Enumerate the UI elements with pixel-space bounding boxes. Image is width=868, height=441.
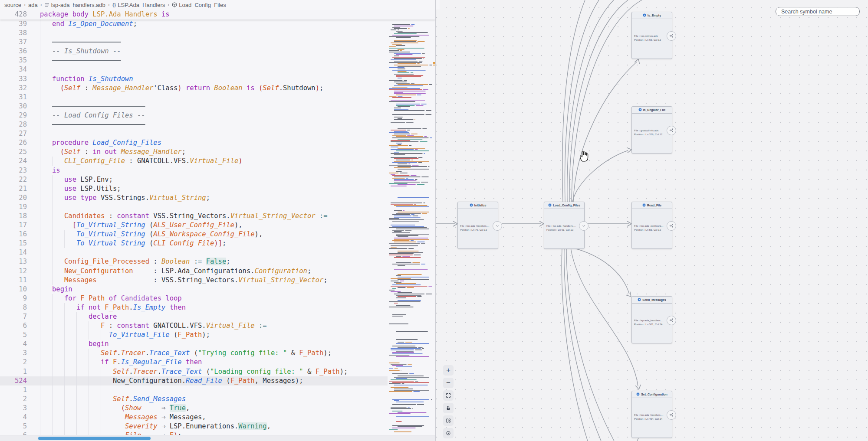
node-body: File : lsp-ada_handlers....Position : Ln… xyxy=(544,209,584,247)
line-number: 3 xyxy=(0,404,27,413)
code-line: 24 CLI_Config_File : GNATCOLL.VFS.Virtua… xyxy=(0,157,388,166)
symbol-icon xyxy=(642,203,646,207)
breadcrumb-item[interactable]: {}LSP.Ada_Handlers xyxy=(112,2,165,8)
code-line: 20 use type VSS.Strings.Virtual_String; xyxy=(0,193,388,203)
symbol-icon xyxy=(638,298,641,302)
line-number: 15 xyxy=(0,239,27,248)
breadcrumb-item[interactable]: ada xyxy=(28,2,38,8)
fit-view-button[interactable] xyxy=(443,390,454,401)
collapse-calls-button[interactable] xyxy=(579,221,589,231)
line-number: 16 xyxy=(0,230,27,239)
graph-node-set_configuration[interactable]: Set_ConfigurationFile : lsp-ada_handlers… xyxy=(631,391,672,438)
node-header: Set_Configuration xyxy=(632,391,672,398)
symbol-icon xyxy=(636,392,640,396)
breadcrumb-separator: › xyxy=(108,2,110,8)
scrollbar-thumb[interactable] xyxy=(38,437,151,440)
line-number: 1 xyxy=(0,385,27,395)
code-line: 8 if not F_Path.Is_Empty then xyxy=(0,303,388,312)
line-number: 7 xyxy=(0,312,27,321)
node-header: Is_Regular_File xyxy=(632,107,672,114)
zoom-out-button[interactable]: − xyxy=(443,378,454,388)
graph-node-initialize[interactable]: InitializeFile : lsp-ada_handlers....Pos… xyxy=(457,202,498,249)
line-number: 34 xyxy=(0,65,27,74)
line-number: 5 xyxy=(0,422,27,431)
line-number: 13 xyxy=(0,257,27,266)
show-calls-button[interactable] xyxy=(667,410,676,420)
line-number: 10 xyxy=(0,285,27,294)
code-line: 39 end Is_Open_Document; xyxy=(0,20,388,29)
pane-divider[interactable] xyxy=(435,0,436,441)
minimap[interactable] xyxy=(388,10,432,435)
zoom-in-button[interactable]: + xyxy=(443,365,454,376)
show-calls-button[interactable] xyxy=(667,31,676,41)
node-position: Position : Ln 55, Col 13 xyxy=(634,228,672,232)
line-number: 29 xyxy=(0,111,27,120)
code-line: 11 Messages : VSS.String_Vectors.Virtual… xyxy=(0,276,388,285)
breadcrumb-separator: › xyxy=(168,2,169,8)
node-file: File : vss-strings.ads xyxy=(634,34,672,38)
node-header: Load_Config_Files xyxy=(544,202,584,209)
layout-button[interactable] xyxy=(443,415,454,426)
line-number: 4 xyxy=(0,413,27,422)
code-line: 5 Severity ⇒ LSP.Enumerations.Warning, xyxy=(0,422,388,431)
node-position: Position : Ln 494, Col 24 xyxy=(634,417,672,421)
graph-toolbar: +− xyxy=(443,365,454,438)
line-number: 24 xyxy=(0,157,27,166)
graph-node-is_regular_file[interactable]: Is_Regular_FileFile : gnatcoll-vfs.adsPo… xyxy=(631,106,672,154)
line-number: 21 xyxy=(0,184,27,193)
breadcrumb-item[interactable]: Load_Config_Files xyxy=(172,2,226,8)
node-position: Position : Ln 66, Col 12 xyxy=(634,38,672,42)
code-line: 26 procedure Load_Config_Files xyxy=(0,138,388,147)
code-line: 10 begin xyxy=(0,285,388,294)
show-calls-button[interactable] xyxy=(667,126,676,135)
code-line: 25 (Self : in out Message_Handler; xyxy=(0,147,388,157)
node-title: Is_Regular_File xyxy=(643,108,666,111)
collapse-calls-button[interactable] xyxy=(493,221,502,231)
symbol-icon xyxy=(470,203,473,207)
code-line: 12 New_Configuration : LSP.Ada_Configura… xyxy=(0,267,388,276)
node-body: File : lsp-ada_handlers....Position : Ln… xyxy=(632,304,672,342)
code-line: 5 To_Virtual_File (F_Path); xyxy=(0,330,388,340)
line-number: 37 xyxy=(0,38,27,47)
show-calls-button[interactable] xyxy=(667,316,676,325)
line-number: 17 xyxy=(0,221,27,230)
cube-icon xyxy=(172,2,177,7)
line-number: 38 xyxy=(0,29,27,38)
horizontal-scrollbar[interactable] xyxy=(0,435,435,441)
code-line: 37 ----------------- xyxy=(0,38,388,47)
code-line: 2 Self.Send_Messages xyxy=(0,395,388,404)
center-button[interactable] xyxy=(443,428,454,438)
line-number: 6 xyxy=(0,321,27,330)
line-number: 25 xyxy=(0,147,27,157)
code-line: 6 F : constant GNATCOLL.VFS.Virtual_File… xyxy=(0,321,388,330)
code-line: 35 ----------------- xyxy=(0,56,388,65)
breadcrumb-item[interactable]: source xyxy=(4,2,21,8)
line-number: 3 xyxy=(0,349,27,358)
line-number: 26 xyxy=(0,138,27,147)
code-line: 27 xyxy=(0,129,388,138)
call-graph-panel[interactable]: Is_EmptyFile : vss-strings.adsPosition :… xyxy=(436,0,868,441)
code-line: 32 (Self : Message_Handler'Class) return… xyxy=(0,84,388,93)
breadcrumb-item[interactable]: lsp-ada_handlers.adb xyxy=(45,2,105,8)
lock-button[interactable] xyxy=(443,403,454,413)
graph-node-read_file[interactable]: Read_FileFile : lsp-ada_configura...Posi… xyxy=(631,202,672,249)
graph-node-load_config_files[interactable]: Load_Config_FilesFile : lsp-ada_handlers… xyxy=(544,202,585,249)
braces-icon: {} xyxy=(112,2,116,7)
line-number: 39 xyxy=(0,20,27,29)
code-line: 9 for F_Path of Candidates loop xyxy=(0,294,388,303)
code-line: 22 use LSP.Env; xyxy=(0,175,388,184)
code-line: 4 begin xyxy=(0,340,388,349)
code-line: 34 xyxy=(0,65,388,74)
code-line: 7 declare xyxy=(0,312,388,321)
graph-node-is_empty[interactable]: Is_EmptyFile : vss-strings.adsPosition :… xyxy=(631,12,672,59)
line-number: 23 xyxy=(0,166,27,175)
graph-node-send_messages[interactable]: Send_MessagesFile : lsp-ada_handlers....… xyxy=(631,296,672,343)
node-title: Set_Configuration xyxy=(641,393,667,396)
sticky-scroll-line[interactable]: 428 package body LSP.Ada_Handlers is xyxy=(0,10,435,20)
code-lines[interactable]: 39 end Is_Open_Document;3837 -----------… xyxy=(0,20,388,441)
show-calls-button[interactable] xyxy=(667,221,676,231)
node-position: Position : Ln 79, Col 13 xyxy=(460,228,498,232)
code-line: 28 ----------------------- xyxy=(0,120,388,129)
search-input[interactable] xyxy=(776,7,860,16)
symbol-icon xyxy=(643,13,646,17)
